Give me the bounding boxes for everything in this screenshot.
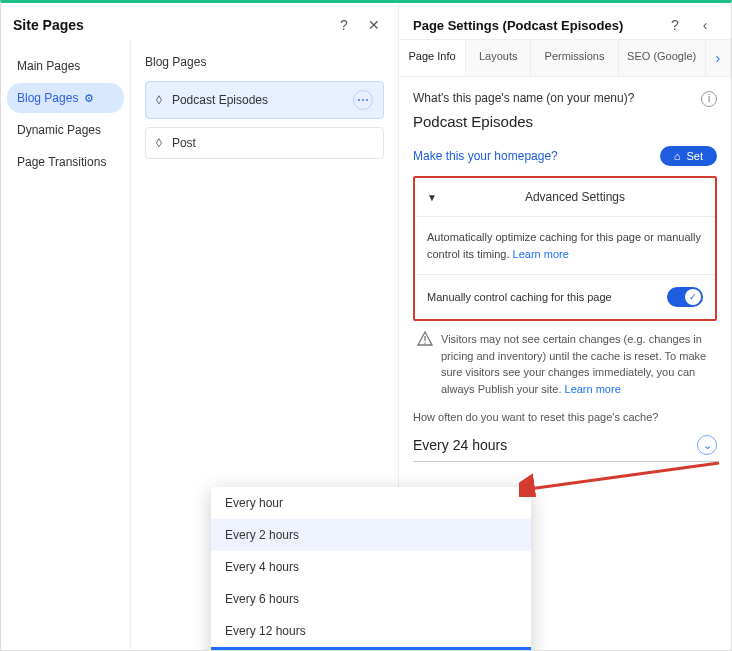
homepage-label: Make this your homepage?	[413, 149, 660, 163]
page-row-label: Podcast Episodes	[172, 93, 353, 107]
manual-caching-toggle[interactable]: ✓	[667, 287, 703, 307]
dropdown-option[interactable]: Every 6 hours	[211, 583, 531, 615]
help-icon[interactable]: ?	[332, 13, 356, 37]
nav-item-dynamic-pages[interactable]: Dynamic Pages	[7, 115, 124, 145]
page-name-value[interactable]: Podcast Episodes	[413, 113, 717, 130]
tab-layouts[interactable]: Layouts	[466, 40, 531, 76]
page-list-title: Blog Pages	[145, 55, 384, 69]
toggle-knob-check-icon: ✓	[685, 289, 701, 305]
set-homepage-button[interactable]: ⌂ Set	[660, 146, 717, 166]
cache-frequency-value: Every 24 hours	[413, 437, 697, 453]
advanced-settings-box: ▼ Advanced Settings Automatically optimi…	[413, 176, 717, 321]
more-actions-icon[interactable]: ⋯	[353, 90, 373, 110]
nav-label: Blog Pages	[17, 91, 78, 105]
advanced-settings-description: Automatically optimize caching for this …	[415, 217, 715, 275]
page-settings-title: Page Settings (Podcast Episodes)	[413, 18, 657, 33]
learn-more-link[interactable]: Learn more	[565, 383, 621, 395]
nav-item-page-transitions[interactable]: Page Transitions	[7, 147, 124, 177]
site-pages-title: Site Pages	[13, 17, 326, 33]
caching-warning: Visitors may not see certain changes (e.…	[413, 321, 717, 397]
close-icon[interactable]: ✕	[362, 13, 386, 37]
nav-item-main-pages[interactable]: Main Pages	[7, 51, 124, 81]
cache-frequency-label: How often do you want to reset this page…	[413, 411, 717, 423]
dropdown-option-selected[interactable]: Every 24 hours	[211, 647, 531, 651]
page-row-post[interactable]: ◊ Post	[145, 127, 384, 159]
advanced-settings-header[interactable]: ▼ Advanced Settings	[415, 178, 715, 217]
help-icon[interactable]: ?	[663, 13, 687, 37]
dropdown-option[interactable]: Every 4 hours	[211, 551, 531, 583]
nav-label: Main Pages	[17, 59, 80, 73]
page-name-label: What's this page's name (on your menu)?	[413, 91, 717, 105]
cache-frequency-select[interactable]: Every 24 hours ⌄	[413, 429, 717, 462]
learn-more-link[interactable]: Learn more	[513, 248, 569, 260]
settings-tabs: Page Info Layouts Permissions SEO (Googl…	[399, 39, 731, 77]
page-row-podcast-episodes[interactable]: ◊ Podcast Episodes ⋯	[145, 81, 384, 119]
nav-item-blog-pages[interactable]: Blog Pages⚙	[7, 83, 124, 113]
gear-icon[interactable]: ⚙	[84, 92, 94, 105]
cache-frequency-dropdown: Every hour Every 2 hours Every 4 hours E…	[211, 487, 531, 651]
svg-point-1	[424, 342, 426, 344]
tab-permissions[interactable]: Permissions	[531, 40, 618, 76]
home-icon: ⌂	[674, 150, 681, 162]
site-pages-nav: Main Pages Blog Pages⚙ Dynamic Pages Pag…	[1, 39, 131, 650]
tab-page-info[interactable]: Page Info	[399, 40, 466, 76]
manual-caching-label: Manually control caching for this page	[427, 291, 667, 303]
nav-label: Page Transitions	[17, 155, 106, 169]
nav-label: Dynamic Pages	[17, 123, 101, 137]
tab-more-icon[interactable]: ›	[706, 40, 731, 76]
page-row-label: Post	[172, 136, 373, 150]
chevron-down-icon: ▼	[427, 192, 437, 203]
advanced-settings-title: Advanced Settings	[447, 190, 703, 204]
info-icon[interactable]: i	[701, 91, 717, 107]
chevron-down-icon[interactable]: ⌄	[697, 435, 717, 455]
page-type-icon: ◊	[156, 93, 162, 107]
dropdown-option[interactable]: Every 12 hours	[211, 615, 531, 647]
set-button-label: Set	[686, 150, 703, 162]
back-icon[interactable]: ‹	[693, 13, 717, 37]
dropdown-option[interactable]: Every 2 hours	[211, 519, 531, 551]
dropdown-option[interactable]: Every hour	[211, 487, 531, 519]
page-type-icon: ◊	[156, 136, 162, 150]
tab-seo[interactable]: SEO (Google)	[619, 40, 706, 76]
warning-icon	[417, 331, 433, 397]
